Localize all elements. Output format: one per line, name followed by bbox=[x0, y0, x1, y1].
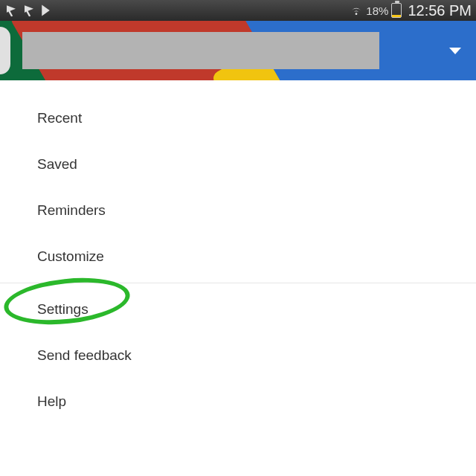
menu-item-settings[interactable]: Settings bbox=[0, 286, 476, 332]
menu-item-label: Send feedback bbox=[37, 347, 132, 363]
menu-item-customize[interactable]: Customize bbox=[0, 234, 476, 280]
battery-icon bbox=[391, 3, 402, 18]
menu-item-reminders[interactable]: Reminders bbox=[0, 187, 476, 234]
menu-item-send-feedback[interactable]: Send feedback bbox=[0, 332, 476, 379]
menu-item-label: Customize bbox=[37, 248, 104, 264]
wifi-icon bbox=[350, 4, 363, 17]
account-dropdown-caret-icon[interactable] bbox=[449, 48, 461, 54]
menu-item-label: Recent bbox=[37, 110, 82, 126]
notification-play-icon-2 bbox=[22, 4, 36, 17]
android-status-bar: 18% 12:56 PM bbox=[0, 0, 476, 21]
google-play-icon bbox=[40, 4, 54, 17]
menu-item-help[interactable]: Help bbox=[0, 379, 476, 425]
menu-divider bbox=[0, 283, 476, 283]
search-input[interactable] bbox=[22, 32, 379, 69]
notification-play-icon bbox=[4, 4, 18, 17]
status-clock: 12:56 PM bbox=[408, 2, 472, 19]
menu-item-recent[interactable]: Recent bbox=[0, 95, 476, 141]
avatar[interactable] bbox=[0, 27, 10, 74]
menu-item-label: Reminders bbox=[37, 202, 106, 218]
status-left-icons bbox=[4, 4, 54, 17]
menu-item-label: Help bbox=[37, 393, 66, 409]
menu-item-label: Saved bbox=[37, 156, 77, 172]
navigation-menu: Recent Saved Reminders Customize Setting… bbox=[0, 80, 476, 440]
menu-item-label: Settings bbox=[37, 301, 89, 317]
app-header bbox=[0, 21, 476, 80]
menu-item-saved[interactable]: Saved bbox=[0, 141, 476, 187]
battery-percentage: 18% bbox=[366, 4, 388, 17]
status-right-icons: 18% 12:56 PM bbox=[350, 2, 472, 19]
